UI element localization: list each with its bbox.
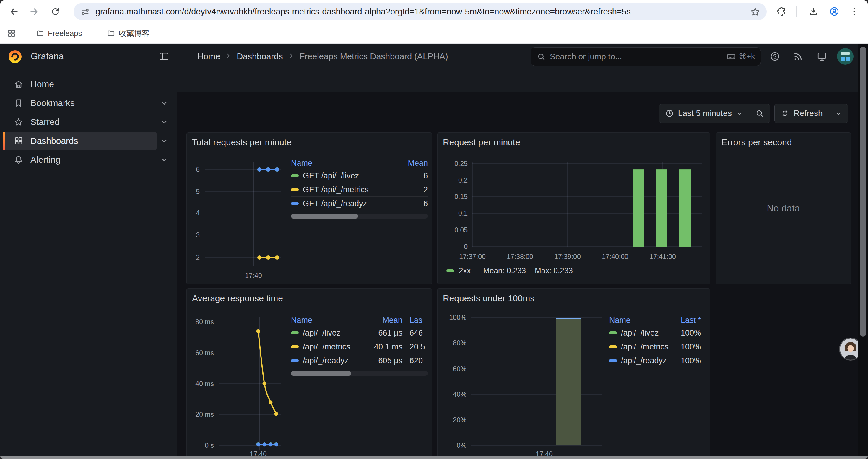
bookmark-folder-freeleaps[interactable]: Freeleaps [32, 26, 86, 40]
column-header-last[interactable]: Las [402, 316, 428, 325]
breadcrumb-dashboards[interactable]: Dashboards [237, 52, 283, 61]
bookmark-icon [14, 98, 23, 108]
horizontal-scrollbar[interactable] [0, 456, 868, 459]
series-name[interactable]: 2xx [459, 266, 471, 275]
user-avatar[interactable] [837, 48, 854, 65]
time-range-picker[interactable]: Last 5 minutes [659, 104, 749, 123]
legend-table: Name Mean GET /api/_/livez 6 GET /api/_/… [291, 157, 428, 219]
scrollbar-thumb[interactable] [291, 214, 358, 219]
search-placeholder: Search or jump to... [550, 52, 726, 61]
folder-icon [36, 29, 44, 37]
column-header-name[interactable]: Name [609, 316, 672, 325]
panel-requests-under-100ms: Requests under 100ms 100%80%60%40%20%0%1… [437, 288, 710, 459]
series-name[interactable]: /api/_/metrics [303, 342, 350, 352]
scrollbar-thumb[interactable] [291, 371, 351, 376]
reload-icon[interactable] [48, 4, 63, 19]
sidebar-item-label: Starred [30, 117, 59, 127]
site-settings-icon[interactable] [80, 7, 90, 17]
bookmark-label: 收藏博客 [119, 28, 150, 39]
legend-row[interactable]: /api/_/metrics 40.1 ms 20.5 r [291, 340, 428, 354]
series-name[interactable]: /api/_/livez [621, 328, 659, 338]
legend-mean: Mean: 0.233 [483, 266, 526, 275]
series-swatch [609, 359, 617, 362]
series-name[interactable]: /api/_/livez [303, 328, 341, 338]
breadcrumb-home[interactable]: Home [197, 52, 220, 61]
url-bar[interactable] [73, 3, 767, 21]
legend-row[interactable]: GET /api/_/livez 6 [291, 169, 428, 183]
series-last: 100% [672, 328, 701, 338]
forward-icon[interactable] [27, 4, 41, 19]
series-name[interactable]: GET /api/_/metrics [303, 185, 369, 194]
bar-chart[interactable]: 100%80%60%40%20%0%17:40 [438, 289, 711, 459]
legend-scrollbar[interactable] [291, 214, 428, 219]
refresh-icon [780, 109, 789, 118]
svg-text:0.2: 0.2 [458, 176, 468, 184]
svg-text:0.15: 0.15 [454, 193, 468, 201]
panel-errors-per-second: Errors per second No data [716, 132, 851, 285]
legend-row[interactable]: GET /api/_/readyz 6 [291, 196, 428, 210]
legend-scrollbar[interactable] [291, 371, 428, 376]
series-mean: 6 [400, 199, 428, 208]
series-name[interactable]: /api/_/metrics [621, 342, 669, 352]
sidebar-item-label: Dashboards [30, 136, 78, 146]
chevron-down-icon [736, 110, 743, 117]
bookmark-page-star-icon[interactable] [750, 7, 760, 17]
sidebar-item-starred[interactable]: Starred [0, 112, 177, 131]
refresh-interval-button[interactable] [829, 104, 848, 123]
legend-row[interactable]: /api/_/readyz 100% [609, 354, 701, 367]
column-header-last[interactable]: Last * [672, 316, 701, 325]
column-header-mean[interactable]: Mean [400, 159, 428, 168]
apps-grid-icon[interactable] [5, 27, 18, 40]
legend-row[interactable]: /api/_/livez 661 µs 646 [291, 326, 428, 340]
chevron-down-icon[interactable] [160, 155, 169, 164]
toolbar-divider [796, 6, 797, 17]
legend-row[interactable]: /api/_/livez 100% [609, 326, 701, 340]
series-last: 20.5 r [402, 342, 428, 352]
legend-row[interactable]: /api/_/metrics 100% [609, 340, 701, 354]
svg-text:20 ms: 20 ms [195, 411, 214, 418]
column-header-name[interactable]: Name [291, 159, 400, 168]
chevron-down-icon[interactable] [160, 99, 169, 107]
series-last: 646 [402, 328, 428, 338]
series-name[interactable]: /api/_/readyz [303, 356, 349, 365]
kiosk-monitor-icon[interactable] [815, 50, 829, 63]
bar-chart[interactable]: 0.250.20.150.10.05017:37:0017:38:0017:39… [438, 133, 711, 285]
search-input[interactable]: Search or jump to... ⌘+k [531, 47, 761, 66]
sidebar-item-home[interactable]: Home [0, 75, 177, 94]
svg-text:5: 5 [196, 188, 200, 196]
series-name[interactable]: /api/_/readyz [621, 356, 667, 365]
chevron-down-icon[interactable] [160, 136, 169, 145]
sidebar-item-alerting[interactable]: Alerting [0, 150, 177, 169]
series-name[interactable]: GET /api/_/livez [303, 171, 359, 181]
legend-row[interactable]: GET /api/_/metrics 2 [291, 183, 428, 196]
legend-row[interactable]: /api/_/readyz 605 µs 620 [291, 354, 428, 367]
legend-table-header: Name Last * [609, 315, 701, 326]
help-icon[interactable] [769, 50, 781, 63]
browser-profile-icon[interactable] [827, 4, 842, 19]
no-data-message: No data [716, 133, 850, 284]
time-range-group: Last 5 minutes [659, 104, 771, 123]
svg-text:60 ms: 60 ms [195, 349, 214, 357]
sidebar-item-bookmarks[interactable]: Bookmarks [0, 94, 177, 112]
folder-icon [107, 29, 115, 37]
url-input[interactable] [95, 7, 767, 17]
dock-sidebar-icon[interactable] [158, 51, 170, 63]
news-rss-icon[interactable] [792, 50, 804, 63]
zoom-out-time-button[interactable] [749, 104, 770, 123]
grafana-logo-icon[interactable] [7, 48, 23, 64]
svg-text:0.25: 0.25 [454, 160, 468, 167]
back-icon[interactable] [6, 4, 21, 19]
downloads-icon[interactable] [806, 4, 821, 19]
series-name[interactable]: GET /api/_/readyz [303, 199, 367, 208]
browser-menu-icon[interactable] [847, 4, 862, 19]
brand-title[interactable]: Grafana [31, 51, 64, 62]
column-header-mean[interactable]: Mean [364, 316, 402, 325]
refresh-button[interactable]: Refresh [775, 104, 829, 123]
sidebar-item-dashboards[interactable]: Dashboards [0, 131, 177, 150]
series-last: 100% [672, 356, 701, 365]
extensions-icon[interactable] [774, 4, 789, 19]
vertical-scrollbar-thumb[interactable] [860, 47, 866, 337]
column-header-name[interactable]: Name [291, 316, 364, 325]
bookmark-folder-blogs[interactable]: 收藏博客 [103, 26, 154, 40]
chevron-down-icon[interactable] [160, 118, 169, 126]
